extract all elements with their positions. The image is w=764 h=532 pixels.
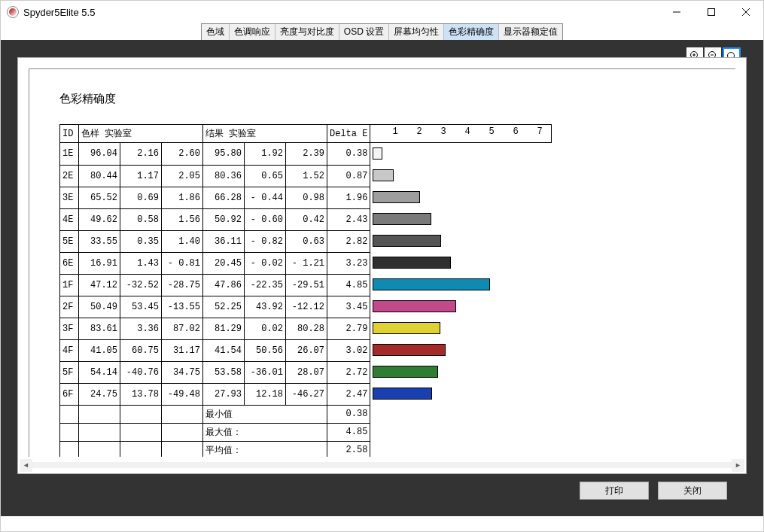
table-row: 6F24.75 13.78-49.4827.93 12.18-46.272.47 bbox=[60, 383, 552, 405]
table-row: 1F47.12-32.52-28.7547.86-22.35-29.514.85 bbox=[60, 274, 552, 296]
header-id: ID bbox=[60, 125, 79, 143]
table-row: 2F50.49 53.45-13.5552.25 43.92-12.123.45 bbox=[60, 296, 552, 318]
page-area[interactable]: 色彩精确度 ID色样 实验室结果 实验室Delta E12345671E96.0… bbox=[29, 68, 735, 457]
table-row: 5E33.55 0.35 1.4036.11- 0.82 0.632.82 bbox=[60, 230, 552, 252]
header-result: 结果 实验室 bbox=[203, 125, 327, 143]
chart-bar-cell bbox=[370, 187, 552, 208]
chart-bar-cell bbox=[370, 296, 552, 318]
color-accuracy-table: ID色样 实验室结果 实验室Delta E12345671E96.04 2.16… bbox=[59, 124, 552, 457]
close-icon bbox=[742, 8, 750, 16]
page-title: 色彩精确度 bbox=[59, 92, 705, 106]
chart-bar-cell bbox=[370, 143, 552, 166]
summary-row: 平均值：2.58 bbox=[60, 441, 552, 457]
chart-bar-cell bbox=[370, 230, 552, 252]
tab-6[interactable]: 显示器额定值 bbox=[499, 24, 562, 40]
table-row: 4F41.05 60.75 31.1741.54 50.56 26.073.02 bbox=[60, 339, 552, 361]
report-page: 色彩精确度 ID色样 实验室结果 实验室Delta E12345671E96.0… bbox=[29, 68, 735, 457]
chart-bar-cell bbox=[370, 252, 552, 274]
window-controls bbox=[659, 1, 763, 23]
table-row: 5F54.14-40.76 34.7553.58-36.01 28.072.72 bbox=[60, 361, 552, 383]
footer-gap bbox=[1, 516, 763, 531]
svg-rect-1 bbox=[708, 9, 715, 16]
tab-0[interactable]: 色域 bbox=[202, 24, 230, 40]
chart-axis-header: 1234567 bbox=[370, 125, 552, 143]
app-icon bbox=[7, 6, 19, 18]
scroll-track[interactable] bbox=[32, 462, 732, 468]
close-button[interactable] bbox=[729, 1, 763, 23]
header-sample: 色样 实验室 bbox=[79, 125, 203, 143]
tab-3[interactable]: OSD 设置 bbox=[339, 24, 389, 40]
print-button[interactable]: 打印 bbox=[580, 482, 649, 500]
table-row: 6E16.91 1.43- 0.8120.45- 0.02- 1.213.23 bbox=[60, 252, 552, 274]
app-window: Spyder5Elite 5.5 色域色调响应亮度与对比度OSD 设置屏幕均匀性… bbox=[0, 0, 764, 532]
minimize-icon bbox=[673, 8, 680, 16]
maximize-icon bbox=[708, 8, 715, 16]
table-row: 1E96.04 2.16 2.6095.80 1.92 2.390.38 bbox=[60, 143, 552, 166]
table-row: 4E49.62 0.58 1.5650.92- 0.60 0.422.43 bbox=[60, 208, 552, 230]
table-row: 3E65.52 0.69 1.8666.28- 0.44 0.981.96 bbox=[60, 187, 552, 208]
table-row: 2E80.44 1.17 2.0580.36 0.65 1.520.87 bbox=[60, 165, 552, 187]
chart-bar-cell bbox=[370, 339, 552, 361]
window-title: Spyder5Elite 5.5 bbox=[23, 7, 95, 18]
table-row: 3F83.61 3.36 87.0281.29 0.02 80.282.79 bbox=[60, 318, 552, 339]
chart-bar-cell bbox=[370, 274, 552, 296]
chart-bar-cell bbox=[370, 361, 552, 383]
maximize-button[interactable] bbox=[694, 1, 729, 23]
tab-1[interactable]: 色调响应 bbox=[230, 24, 275, 40]
summary-row: 最大值：4.85 bbox=[60, 423, 552, 441]
minimize-button[interactable] bbox=[659, 1, 694, 23]
scroll-left-arrow[interactable]: ◄ bbox=[20, 459, 32, 472]
title-bar: Spyder5Elite 5.5 bbox=[1, 1, 763, 23]
tab-4[interactable]: 屏幕均匀性 bbox=[389, 24, 444, 40]
button-row: 打印 关闭 bbox=[17, 474, 747, 507]
chart-bar-cell bbox=[370, 165, 552, 187]
chart-bar-cell bbox=[370, 208, 552, 230]
tab-5[interactable]: 色彩精确度 bbox=[444, 24, 499, 40]
close-action-button[interactable]: 关闭 bbox=[658, 482, 727, 500]
summary-row: 最小值0.38 bbox=[60, 405, 552, 423]
chart-bar-cell bbox=[370, 318, 552, 339]
chart-bar-cell bbox=[370, 383, 552, 405]
horizontal-scrollbar[interactable]: ◄ ► bbox=[20, 458, 744, 472]
tabs-strip: 色域色调响应亮度与对比度OSD 设置屏幕均匀性色彩精确度显示器额定值 bbox=[1, 23, 763, 41]
print-preview-viewer: 色彩精确度 ID色样 实验室结果 实验室Delta E12345671E96.0… bbox=[17, 57, 747, 474]
dark-wrap: 色彩精确度 ID色样 实验室结果 实验室Delta E12345671E96.0… bbox=[1, 41, 763, 516]
app-body: 色域色调响应亮度与对比度OSD 设置屏幕均匀性色彩精确度显示器额定值 色彩精确度… bbox=[1, 23, 763, 516]
header-delta: Delta E bbox=[327, 125, 370, 143]
tab-2[interactable]: 亮度与对比度 bbox=[275, 24, 339, 40]
scroll-right-arrow[interactable]: ► bbox=[732, 459, 744, 472]
